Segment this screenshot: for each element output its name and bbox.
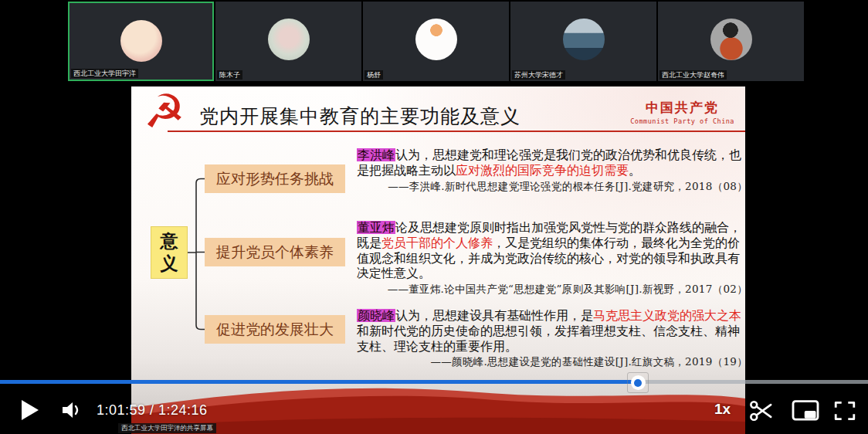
video-player: 西北工业大学田宇洋 陈木子 杨舒 苏州大学宋德才 西北工业大学赵奇伟 ☭ 党内开…	[0, 0, 868, 434]
progress-scrubber[interactable]	[627, 372, 649, 393]
slide-red-wave	[131, 360, 745, 434]
volume-icon[interactable]	[60, 399, 83, 424]
quote-text: 。	[629, 164, 641, 177]
quote-author: 董亚炜	[357, 221, 395, 234]
participant-tile[interactable]: 陈木子	[215, 2, 361, 81]
participant-name: 苏州大学宋德才	[512, 70, 565, 80]
participant-tile[interactable]: 西北工业大学赵奇伟	[658, 2, 804, 81]
slide-title: 党内开展集中教育的主要功能及意义	[199, 103, 520, 129]
participant-name: 西北工业大学赵奇伟	[659, 70, 727, 80]
participant-tile[interactable]: 苏州大学宋德才	[510, 2, 656, 81]
party-emblem-icon: ☭	[144, 88, 185, 134]
time-display: 1:01:59 / 1:24:16	[97, 402, 208, 419]
quote-red-text: 马克思主义政党的强大之本	[593, 309, 741, 322]
avatar	[710, 19, 752, 60]
branch-item: 促进党的发展壮大	[205, 315, 345, 344]
category-label: 意义	[159, 230, 179, 275]
participant-tile[interactable]: 杨舒	[363, 2, 509, 81]
avatar	[120, 20, 162, 62]
pip-icon[interactable]	[791, 398, 820, 426]
play-icon[interactable]	[22, 400, 39, 420]
branch-item: 提升党员个体素养	[205, 238, 345, 266]
quote-text: 和新时代党的历史使命的思想引领，发挥着理想支柱、信念支柱、精神支柱、理论支柱的重…	[357, 324, 740, 353]
quote-block: 董亚炜论及思想建党原则时指出加强党风党性与党的群众路线的融合，既是党员干部的个人…	[357, 220, 745, 296]
playback-speed-button[interactable]: 1x	[714, 401, 731, 418]
brand-block: 中国共产党 Communist Party of China	[630, 99, 734, 125]
scrubber-dot	[634, 379, 642, 387]
quote-citation: ——李洪峰.新时代思想建党理论强党的根本任务[J].党建研究，2018（08）	[357, 180, 745, 193]
progress-fill	[0, 380, 637, 384]
avatar	[268, 19, 310, 60]
quote-red-text: 党员干部的个人修养	[381, 236, 493, 249]
brand-en: Communist Party of China	[630, 117, 734, 125]
quote-citation: ——董亚炜.论中国共产党“思想建党”原则及其影响[J].新视野，2017（02）	[357, 283, 745, 296]
participant-strip: 西北工业大学田宇洋 陈木子 杨舒 苏州大学宋德才 西北工业大学赵奇伟	[68, 2, 804, 81]
share-source-label: 西北工业大学田宇洋的共享屏幕	[118, 423, 216, 433]
scrubber-outer	[631, 375, 646, 390]
title-underline	[168, 131, 745, 132]
quote-author: 颜晓峰	[357, 309, 395, 322]
scissors-icon[interactable]	[748, 398, 775, 427]
participant-name: 陈木子	[217, 70, 242, 80]
avatar	[415, 19, 457, 60]
branch-item: 应对形势任务挑战	[205, 164, 345, 193]
category-box: 意义	[151, 226, 188, 279]
quote-block: 李洪峰认为，思想建党和理论强党是我们党的政治优势和优良传统，也是把握战略主动以应…	[357, 147, 745, 192]
quote-author: 李洪峰	[357, 148, 395, 161]
fullscreen-icon[interactable]	[832, 399, 857, 426]
participant-tile-active[interactable]: 西北工业大学田宇洋	[68, 2, 214, 81]
branch-connector	[188, 160, 205, 353]
brand-cn: 中国共产党	[630, 99, 734, 117]
quote-text: 认为，思想建设具有基础性作用，是	[395, 309, 593, 322]
avatar	[563, 19, 605, 60]
participant-name: 西北工业大学田宇洋	[71, 69, 138, 78]
participant-name: 杨舒	[364, 70, 383, 80]
progress-bar[interactable]	[0, 380, 868, 384]
quote-red-text: 应对激烈的国际竞争的迫切需要	[456, 164, 629, 177]
